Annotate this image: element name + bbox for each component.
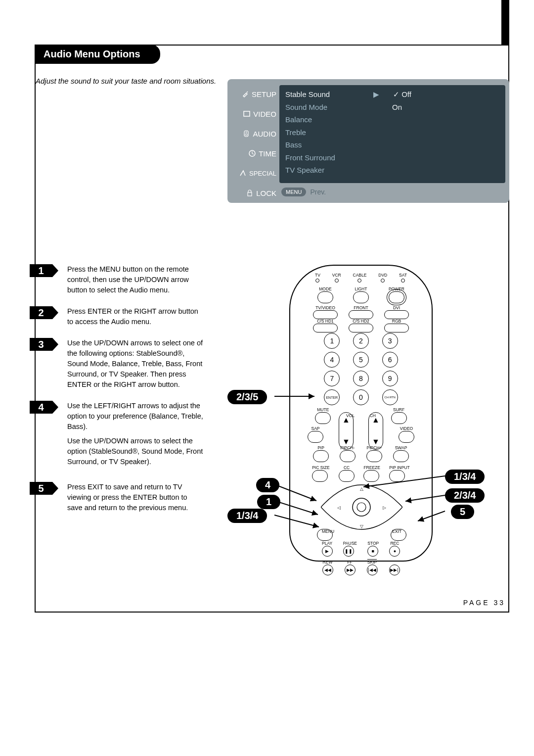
audio-icon: [242, 130, 250, 138]
osd-tabs: SETUP VIDEO AUDIO TIME SPECIAL LOCK: [231, 85, 278, 204]
step-3: 3 Use the UP/DOWN arrows to select one o…: [30, 338, 204, 390]
video-icon: [243, 110, 251, 118]
svg-line-15: [274, 515, 319, 527]
callout-enter: 2/3/5: [227, 390, 267, 404]
tab-lock[interactable]: LOCK: [231, 184, 278, 202]
osd-footer: MENU Prev.: [281, 188, 326, 196]
osd-menu: SETUP VIDEO AUDIO TIME SPECIAL LOCK Stab…: [227, 79, 509, 203]
osd-options: Stable Sound▶✓ Off Sound ModeOn Balance …: [279, 85, 505, 183]
menu-item-balance[interactable]: Balance: [285, 113, 499, 126]
edge-tab: [501, 0, 509, 45]
svg-rect-0: [244, 111, 250, 116]
callout-right: 2/3/4: [445, 488, 485, 503]
menu-item-treble[interactable]: Treble: [285, 126, 499, 139]
callout-exit: 5: [451, 505, 474, 519]
tab-video[interactable]: VIDEO: [231, 105, 278, 123]
section-title-ribbon: Audio Menu Options: [35, 45, 160, 64]
menu-item-tv-speaker[interactable]: TV Speaker: [285, 164, 499, 177]
footer-prev: Prev.: [310, 188, 326, 196]
callout-menu: 1/3/4: [227, 509, 267, 523]
callout-odot: 4: [256, 478, 279, 492]
page-number: PAGE 33: [463, 599, 505, 607]
remote-diagram: TV VCR CABLE DVD SAT MODE LIGHT POWER TV…: [222, 260, 509, 567]
special-icon: [239, 169, 247, 177]
setup-icon: [241, 90, 249, 98]
step-badge: 3: [30, 338, 52, 351]
svg-line-17: [405, 495, 445, 501]
step-badge: 4: [30, 401, 52, 414]
callout-lines: [222, 260, 509, 567]
menu-item-bass[interactable]: Bass: [285, 139, 499, 151]
menu-item-front-surround[interactable]: Front Surround: [285, 151, 499, 164]
svg-line-18: [418, 511, 445, 521]
step-badge: 2: [30, 306, 52, 319]
svg-line-14: [274, 501, 318, 515]
callout-up: 1/3/4: [445, 470, 485, 484]
step-1: 1 Press the MENU button on the remote co…: [30, 264, 204, 295]
step-2: 2 Press ENTER or the RIGHT arrow button …: [30, 306, 204, 327]
tab-setup[interactable]: SETUP: [231, 85, 278, 103]
step-badge: 5: [30, 482, 52, 495]
svg-point-2: [245, 134, 247, 136]
step-4: 4 Use the LEFT/RIGHT arrows to adjust th…: [30, 401, 204, 467]
intro-text: Adjust the sound to suit your taste and …: [36, 77, 216, 85]
menu-item-stable-sound[interactable]: Stable Sound▶✓ Off: [285, 88, 499, 101]
svg-rect-5: [248, 192, 252, 196]
lock-icon: [246, 189, 254, 197]
menu-item-sound-mode[interactable]: Sound ModeOn: [285, 101, 499, 114]
tab-time[interactable]: TIME: [231, 144, 278, 162]
tab-audio[interactable]: AUDIO: [231, 125, 278, 142]
svg-line-13: [274, 484, 316, 501]
svg-line-16: [363, 476, 445, 487]
svg-point-3: [246, 132, 247, 133]
instruction-steps: 1 Press the MENU button on the remote co…: [30, 264, 204, 524]
menu-pill: MENU: [281, 188, 306, 196]
callout-left: 1: [257, 495, 280, 509]
step-badge: 1: [30, 264, 52, 277]
tab-special[interactable]: SPECIAL: [231, 164, 278, 182]
step-5: 5 Press EXIT to save and return to TV vi…: [30, 482, 204, 513]
chevron-right-icon: ▶: [369, 88, 383, 101]
time-icon: [248, 149, 256, 157]
